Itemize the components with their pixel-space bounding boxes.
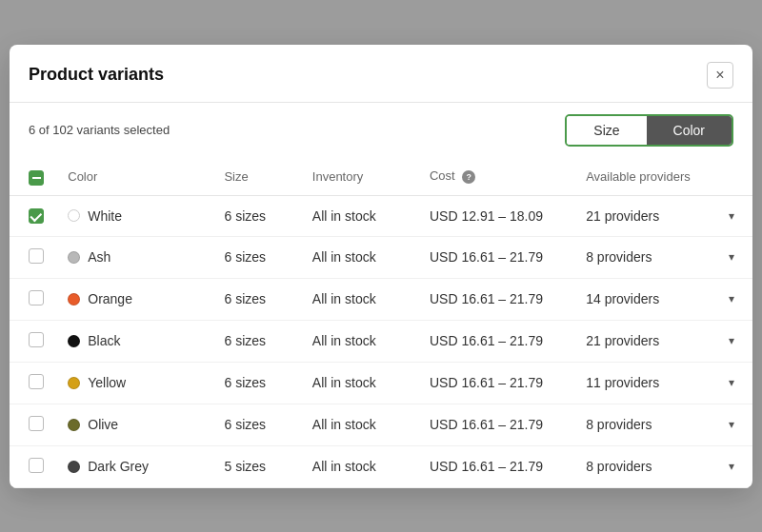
row-checkbox[interactable] — [29, 416, 44, 431]
row-expand-button[interactable]: ▾ — [723, 248, 740, 266]
size-color-toggle: Size Color — [565, 114, 733, 147]
row-cost: USD 16.61 – 21.79 — [418, 404, 574, 445]
header-cost: Cost ? — [418, 158, 574, 196]
table-row: Orange6 sizesAll in stockUSD 16.61 – 21.… — [10, 278, 752, 320]
row-expand-button[interactable]: ▾ — [723, 458, 740, 475]
color-toggle-button[interactable]: Color — [647, 116, 732, 145]
row-expand-button[interactable]: ▾ — [723, 332, 740, 349]
row-cost: USD 16.61 – 21.79 — [418, 362, 574, 404]
row-expand-cell: ▾ — [712, 362, 752, 404]
table-row: Yellow6 sizesAll in stockUSD 16.61 – 21.… — [10, 362, 752, 404]
modal-header: Product variants × — [10, 45, 752, 103]
row-inventory: All in stock — [301, 236, 418, 278]
variants-table: Color Size Inventory Cost ? Available pr… — [10, 158, 752, 488]
modal-overlay[interactable]: Product variants × 6 of 102 variants sel… — [0, 0, 762, 532]
row-cost: USD 12.91 – 18.09 — [418, 195, 574, 236]
color-label: Orange — [88, 291, 132, 306]
color-swatch — [68, 377, 80, 389]
row-inventory: All in stock — [301, 195, 418, 236]
row-expand-button[interactable]: ▾ — [723, 290, 740, 307]
color-label: White — [88, 208, 122, 224]
table-header: Color Size Inventory Cost ? Available pr… — [10, 158, 752, 196]
close-button[interactable]: × — [707, 62, 733, 89]
size-toggle-button[interactable]: Size — [567, 116, 646, 145]
row-inventory: All in stock — [301, 404, 418, 445]
row-checkbox-cell — [10, 320, 56, 362]
row-checkbox[interactable] — [29, 290, 44, 305]
row-expand-button[interactable]: ▾ — [723, 416, 740, 433]
color-label: Black — [88, 333, 120, 348]
row-color: Orange — [56, 278, 212, 320]
table-row: Black6 sizesAll in stockUSD 16.61 – 21.7… — [10, 320, 752, 362]
row-providers: 14 providers — [574, 278, 712, 320]
row-providers: 11 providers — [574, 362, 712, 404]
header-color: Color — [56, 158, 212, 196]
row-color: White — [56, 195, 212, 236]
row-size: 6 sizes — [212, 320, 300, 362]
modal-toolbar: 6 of 102 variants selected Size Color — [10, 103, 752, 158]
table-body: White6 sizesAll in stockUSD 12.91 – 18.0… — [10, 195, 752, 487]
row-color: Ash — [56, 236, 212, 278]
color-swatch — [68, 419, 80, 431]
row-checkbox[interactable] — [29, 374, 44, 389]
row-checkbox-cell — [10, 404, 56, 445]
row-color: Yellow — [56, 362, 212, 404]
table-row: Ash6 sizesAll in stockUSD 16.61 – 21.798… — [10, 236, 752, 278]
row-checkbox-cell — [10, 195, 56, 236]
color-swatch — [68, 251, 80, 264]
row-size: 6 sizes — [212, 278, 300, 320]
product-variants-modal: Product variants × 6 of 102 variants sel… — [10, 45, 752, 488]
row-size: 6 sizes — [212, 195, 300, 236]
color-label: Olive — [88, 417, 118, 432]
row-expand-cell: ▾ — [712, 404, 752, 445]
row-expand-button[interactable]: ▾ — [723, 374, 740, 391]
header-checkbox-cell — [10, 158, 56, 196]
row-size: 6 sizes — [212, 236, 300, 278]
row-checkbox-cell — [10, 445, 56, 487]
color-swatch — [68, 335, 80, 347]
color-label: Dark Grey — [88, 459, 149, 474]
row-checkbox-cell — [10, 362, 56, 404]
row-checkbox[interactable] — [29, 458, 44, 473]
row-size: 6 sizes — [212, 362, 300, 404]
table-row: Dark Grey5 sizesAll in stockUSD 16.61 – … — [10, 445, 752, 487]
row-size: 5 sizes — [212, 445, 300, 487]
row-checkbox[interactable] — [29, 208, 44, 224]
row-checkbox[interactable] — [29, 248, 44, 264]
color-swatch — [68, 209, 80, 222]
row-inventory: All in stock — [301, 362, 418, 404]
row-cost: USD 16.61 – 21.79 — [418, 320, 574, 362]
row-cost: USD 16.61 – 21.79 — [418, 236, 574, 278]
color-swatch — [68, 293, 80, 305]
table-row: Olive6 sizesAll in stockUSD 16.61 – 21.7… — [10, 404, 752, 445]
row-expand-cell: ▾ — [712, 445, 752, 487]
modal-title: Product variants — [29, 65, 164, 85]
select-all-checkbox[interactable] — [29, 170, 44, 186]
header-size: Size — [212, 158, 300, 196]
row-expand-cell: ▾ — [712, 278, 752, 320]
header-action — [712, 158, 752, 196]
row-checkbox-cell — [10, 278, 56, 320]
row-expand-button[interactable]: ▾ — [723, 207, 740, 225]
row-color: Dark Grey — [56, 445, 212, 487]
row-inventory: All in stock — [301, 445, 418, 487]
row-providers: 8 providers — [574, 404, 712, 445]
header-inventory: Inventory — [301, 158, 418, 196]
header-providers: Available providers — [574, 158, 712, 196]
color-label: Yellow — [88, 375, 126, 390]
row-providers: 21 providers — [574, 195, 712, 236]
row-providers: 21 providers — [574, 320, 712, 362]
variants-table-container: Color Size Inventory Cost ? Available pr… — [10, 158, 752, 488]
row-size: 6 sizes — [212, 404, 300, 445]
cost-info-icon: ? — [462, 170, 475, 184]
row-providers: 8 providers — [574, 236, 712, 278]
row-providers: 8 providers — [574, 445, 712, 487]
row-cost: USD 16.61 – 21.79 — [418, 278, 574, 320]
row-inventory: All in stock — [301, 320, 418, 362]
color-swatch — [68, 461, 80, 473]
row-checkbox-cell — [10, 236, 56, 278]
row-inventory: All in stock — [301, 278, 418, 320]
row-checkbox[interactable] — [29, 332, 44, 347]
row-expand-cell: ▾ — [712, 195, 752, 236]
row-expand-cell: ▾ — [712, 236, 752, 278]
